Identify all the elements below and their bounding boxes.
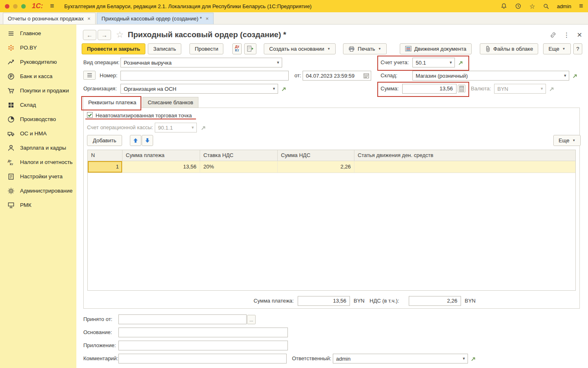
cell-amount[interactable]: 13,56 (122, 161, 200, 173)
currency-open-button[interactable] (548, 85, 555, 92)
manual-point-checkbox[interactable] (87, 112, 93, 118)
get-link-icon[interactable] (550, 31, 557, 38)
dropdown-icon[interactable]: ▼ (270, 87, 278, 91)
column-header-vat-rate[interactable]: Ставка НДС (200, 150, 278, 161)
help-button[interactable]: ? (573, 43, 582, 54)
cell-vat-rate[interactable]: 20% (200, 161, 278, 173)
total-vat-input[interactable]: 2,26 (409, 296, 461, 306)
dtkt-button[interactable]: ДтКт (232, 43, 242, 54)
print-button[interactable]: Печать▼ (343, 43, 387, 54)
comment-input[interactable] (118, 354, 287, 364)
number-field[interactable] (121, 71, 288, 80)
sidebar-item-rukovoditelyu[interactable]: Руководителю (0, 55, 76, 69)
warehouse-combo[interactable]: Магазин (розничный) ▼ (412, 71, 569, 81)
organization-combo[interactable]: Организация на ОСН ▼ (120, 84, 278, 94)
main-menu-icon[interactable]: ≡ (50, 2, 54, 10)
dropdown-icon[interactable]: ▼ (460, 357, 468, 361)
create-based-on-button[interactable]: Создать на основании▼ (264, 43, 336, 54)
set-number-button[interactable] (83, 71, 96, 80)
move-row-down-button[interactable] (142, 135, 153, 146)
user-menu[interactable]: admin (557, 3, 571, 9)
account-open-button[interactable] (457, 59, 464, 66)
tab-cash-receipt-order[interactable]: Приходный кассовый ордер (создание) * × (97, 13, 214, 24)
responsible-open-button[interactable] (470, 355, 477, 362)
dropdown-icon[interactable]: ▼ (561, 74, 569, 78)
column-header-n[interactable]: N (88, 150, 122, 161)
add-row-button[interactable]: Добавить (87, 135, 122, 146)
calculator-button[interactable] (458, 85, 466, 92)
sidebar-item-nalogi-i-otchetnost[interactable]: ДтКт Налоги и отчетность (0, 155, 76, 169)
column-header-cash-flow[interactable]: Статья движения ден. средств (354, 150, 575, 161)
table-empty-area[interactable] (88, 173, 575, 290)
manual-point-checkbox-label[interactable]: Неавтоматизированная торговая точка (96, 112, 192, 119)
window-minimize-icon[interactable] (13, 4, 18, 9)
post-button[interactable]: Провести (189, 43, 224, 54)
sidebar-item-administrirovanie[interactable]: Администрирование (0, 184, 76, 198)
sidebar-item-bank-i-kassa[interactable]: Банк и касса (0, 69, 76, 83)
sidebar-item-po-by[interactable]: PO.BY (0, 40, 76, 55)
basis-input[interactable] (118, 328, 288, 337)
responsible-combo[interactable]: admin ▼ (333, 354, 468, 364)
cell-n[interactable]: 1 (88, 161, 122, 173)
dropdown-icon[interactable]: ▼ (274, 61, 282, 65)
sidebar-item-pokupki-i-prodazhi[interactable]: Покупки и продажи (0, 83, 76, 98)
received-from-field[interactable] (119, 315, 246, 324)
cell-vat-amount[interactable]: 2,26 (278, 161, 354, 173)
post-and-close-button[interactable]: Провести и закрыть (82, 43, 145, 54)
column-header-vat-amount[interactable]: Сумма НДС (278, 150, 354, 161)
cash-account-open-button[interactable] (200, 124, 207, 131)
tab-retail-sales-reports[interactable]: Отчеты о розничных продажах × (3, 13, 96, 24)
document-register-button[interactable] (244, 43, 256, 54)
back-arrow-button[interactable]: ← (83, 30, 96, 40)
favorites-star-icon[interactable]: ☆ (529, 2, 535, 10)
notifications-bell-icon[interactable] (501, 3, 507, 9)
sidebar-item-zarplata-i-kadry[interactable]: Зарплата и кадры (0, 141, 76, 155)
cash-account-combo[interactable]: 90.1.1 ▼ (155, 123, 197, 132)
sidebar-item-proizvodstvo[interactable]: Производство (0, 112, 76, 126)
dropdown-icon[interactable]: ▼ (447, 61, 454, 65)
sidebar-item-sklad[interactable]: Склад (0, 98, 76, 112)
window-maximize-icon[interactable] (21, 4, 26, 9)
comment-field[interactable] (119, 354, 286, 363)
search-icon[interactable] (543, 3, 549, 9)
account-combo[interactable]: 50.1 ▼ (412, 58, 455, 67)
organization-open-button[interactable] (281, 85, 287, 92)
cloud-files-button[interactable]: Файлы в облаке (480, 43, 538, 54)
more-button[interactable]: Еще▼ (543, 43, 570, 54)
dropdown-icon[interactable]: ▼ (189, 126, 196, 130)
more-actions-icon[interactable]: ⋮ (564, 31, 570, 39)
operation-type-combo[interactable]: Розничная выручка ▼ (120, 58, 282, 67)
total-payment-input[interactable]: 13,56 (298, 296, 350, 306)
received-from-input[interactable] (118, 314, 247, 324)
write-button[interactable]: Записать (148, 43, 181, 54)
sidebar-item-rmk[interactable]: РМК (0, 198, 76, 212)
history-clock-icon[interactable] (515, 3, 521, 9)
calendar-icon[interactable] (363, 73, 371, 79)
sidebar-item-glavnoe[interactable]: Главное (0, 26, 76, 40)
table-more-button[interactable]: Еще▼ (553, 135, 581, 146)
window-close-icon[interactable] (5, 4, 9, 9)
number-input[interactable] (120, 71, 289, 81)
date-input[interactable]: 04.07.2023 23:59:59 (303, 71, 371, 81)
move-row-up-button[interactable] (130, 135, 141, 146)
basis-field[interactable] (119, 328, 287, 337)
document-movements-button[interactable]: Движения документа (400, 43, 472, 54)
sum-input[interactable]: 13,56 (402, 84, 457, 94)
close-icon[interactable]: × (205, 16, 209, 22)
service-menu-icon[interactable]: ≡ (579, 2, 583, 10)
close-icon[interactable]: × (87, 16, 91, 22)
sidebar-item-nastroyki-ucheta[interactable]: Настройки учета (0, 169, 76, 184)
attachment-field[interactable] (119, 341, 287, 350)
table-row[interactable]: 1 13,56 20% 2,26 (88, 161, 575, 173)
close-form-icon[interactable]: ✕ (577, 31, 582, 39)
tab-payment-details[interactable]: Реквизиты платежа (83, 96, 142, 108)
column-header-amount[interactable]: Сумма платежа (122, 150, 200, 161)
cell-cash-flow-item[interactable] (354, 161, 575, 173)
favorite-star-icon[interactable]: ☆ (116, 30, 124, 40)
warehouse-open-button[interactable] (572, 72, 578, 79)
forward-arrow-button[interactable]: → (98, 30, 111, 40)
attachment-input[interactable] (118, 341, 288, 350)
sidebar-item-os-i-nma[interactable]: ОС и НМА (0, 126, 76, 141)
tab-forms-writeoff[interactable]: Списание бланков (143, 97, 199, 108)
received-from-pick-button[interactable]: ... (247, 315, 256, 324)
